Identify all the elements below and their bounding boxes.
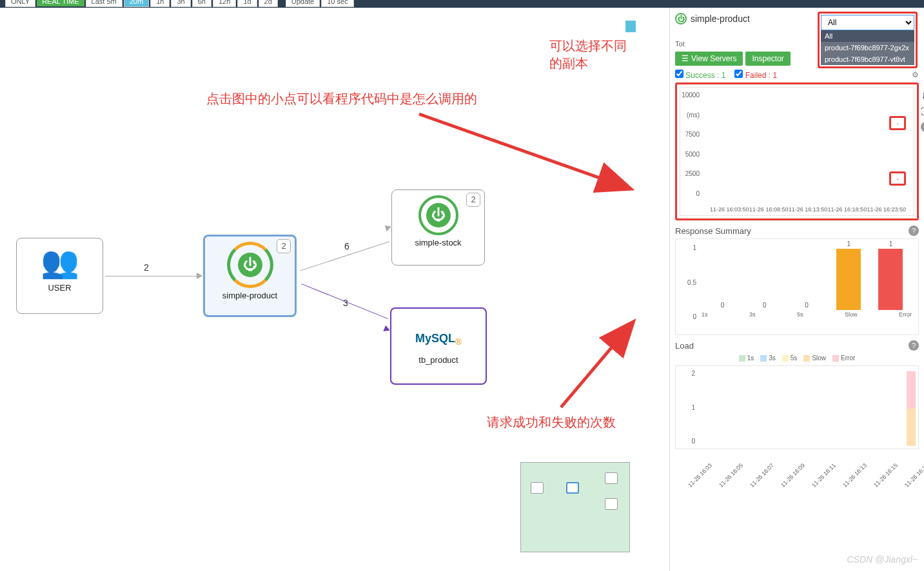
- panel-collapse-handle[interactable]: [625, 21, 636, 32]
- edge-user-product: [105, 276, 202, 276]
- load-x-labels: 11-26 16:03 11-26 16:05 11-26 16:07 11-2…: [675, 462, 919, 469]
- edge-count-product-stock: 6: [344, 241, 349, 251]
- servermap-canvas[interactable]: 👥 USER 2 ⏻ simple-product 2 ⏻ simple-sto…: [0, 8, 638, 571]
- arrow-icon: [197, 273, 202, 279]
- app-name: simple-product: [691, 14, 750, 24]
- success-checkbox[interactable]: Success : 1: [675, 70, 725, 80]
- failed-point-highlight: ·: [889, 171, 906, 186]
- node-user-label: USER: [17, 283, 103, 293]
- annotation-replica: 可以选择不同的副本: [549, 37, 638, 72]
- watermark: CSDN @Jiangxl~: [847, 554, 918, 565]
- mini-node-mysql: [605, 498, 618, 510]
- edge-count-product-mysql: 3: [343, 298, 348, 308]
- update-button[interactable]: Update: [286, 0, 320, 7]
- response-summary-chart[interactable]: 1 0.5 0 0 0 0 1 1 1s 3s 5s Slow Error: [675, 238, 919, 335]
- node-mysql[interactable]: MySQL® tb_product: [390, 307, 487, 385]
- load-title: Load: [675, 341, 694, 351]
- mini-node-stock: [605, 472, 618, 484]
- node-simple-product[interactable]: 2 ⏻ simple-product: [203, 235, 297, 317]
- help-icon[interactable]: ?: [909, 340, 919, 351]
- chart-tools: ⬇ ⛶ ?: [921, 91, 924, 132]
- range-3h[interactable]: 3h: [171, 0, 190, 7]
- mysql-icon: MySQL®: [391, 314, 486, 353]
- realtime-button[interactable]: REAL TIME: [37, 0, 84, 6]
- right-panel: ⏻ simple-product All All product-7f69bc8…: [669, 8, 924, 571]
- replica-option[interactable]: product-7f69bc8977-vt8vt: [821, 53, 914, 65]
- view-servers-button[interactable]: ☰View Servers: [675, 52, 743, 66]
- svg-line-1: [419, 114, 629, 188]
- range-12h[interactable]: 12h: [213, 0, 236, 7]
- failed-checkbox[interactable]: Failed : 1: [734, 70, 777, 80]
- expand-icon[interactable]: ⛶: [921, 106, 924, 117]
- interval-select[interactable]: 10 sec: [321, 0, 353, 7]
- node-stock-badge: 2: [466, 193, 480, 207]
- range-20m[interactable]: 20m: [124, 0, 149, 7]
- node-product-label: simple-product: [205, 291, 295, 300]
- list-icon: ☰: [682, 54, 689, 63]
- range-1h[interactable]: 1h: [150, 0, 170, 7]
- scatter-chart-container: 10000 (ms) 7500 5000 2500 0 · · 11-26 16…: [675, 82, 919, 220]
- spring-icon: ⏻: [418, 195, 458, 235]
- node-user[interactable]: 👥 USER: [16, 238, 103, 314]
- load-chart[interactable]: 2 1 0: [675, 365, 919, 449]
- load-section: Load? 1s 3s 5s Slow Error 2 1 0 11-26 16…: [675, 340, 919, 469]
- success-point-highlight: ·: [889, 116, 906, 130]
- annotation-arrows: [0, 8, 638, 459]
- replica-select[interactable]: All: [821, 15, 914, 30]
- node-simple-stock[interactable]: 2 ⏻ simple-stock: [391, 189, 485, 266]
- minimap[interactable]: [520, 462, 630, 552]
- edge-count-user-product: 2: [144, 262, 149, 273]
- range-6h[interactable]: 6h: [192, 0, 211, 7]
- response-summary-title: Response Summary: [675, 226, 751, 236]
- only-badge: ONLY: [5, 0, 35, 7]
- range-1d[interactable]: 1d: [237, 0, 257, 7]
- node-stock-label: simple-stock: [392, 238, 484, 247]
- replica-dropdown-container: All All product-7f69bc8977-2gx2x product…: [818, 12, 918, 68]
- range-2d[interactable]: 2d: [259, 0, 278, 7]
- download-icon[interactable]: ⬇: [921, 91, 924, 101]
- range-5m[interactable]: Last 5m: [86, 0, 123, 7]
- annotation-clickdot: 点击图中的小点可以看程序代码中是怎么调用的: [206, 90, 477, 108]
- app-icon: ⏻: [675, 13, 687, 24]
- replica-options-list: All product-7f69bc8977-2gx2x product-7f6…: [821, 30, 914, 65]
- help-icon[interactable]: ?: [909, 226, 919, 236]
- gear-icon[interactable]: ⚙: [912, 70, 919, 79]
- response-summary-section: Response Summary? 1 0.5 0 0 0 0 1 1 1s 3…: [675, 226, 919, 335]
- replica-option[interactable]: product-7f69bc8977-2gx2x: [821, 42, 914, 53]
- topbar: ONLY REAL TIME Last 5m 20m 1h 3h 6h 12h …: [0, 0, 924, 8]
- replica-option[interactable]: All: [821, 30, 914, 42]
- stats-row: Success : 1 Failed : 1 ⚙: [675, 70, 919, 80]
- inspector-button[interactable]: Inspector: [745, 52, 790, 66]
- spring-icon: ⏻: [227, 242, 273, 288]
- users-icon: 👥: [17, 244, 103, 280]
- mini-node-user: [531, 482, 544, 494]
- help-icon[interactable]: ?: [921, 122, 924, 132]
- mini-node-product: [566, 482, 579, 494]
- node-mysql-label: tb_product: [391, 355, 486, 365]
- annotation-reqcount: 请求成功和失败的次数: [487, 414, 616, 431]
- scatter-chart[interactable]: 10000 (ms) 7500 5000 2500 0 · · 11-26 16…: [680, 87, 914, 216]
- svg-line-2: [561, 324, 632, 407]
- node-product-badge: 2: [277, 239, 291, 253]
- load-legend: 1s 3s 5s Slow Error: [675, 354, 919, 362]
